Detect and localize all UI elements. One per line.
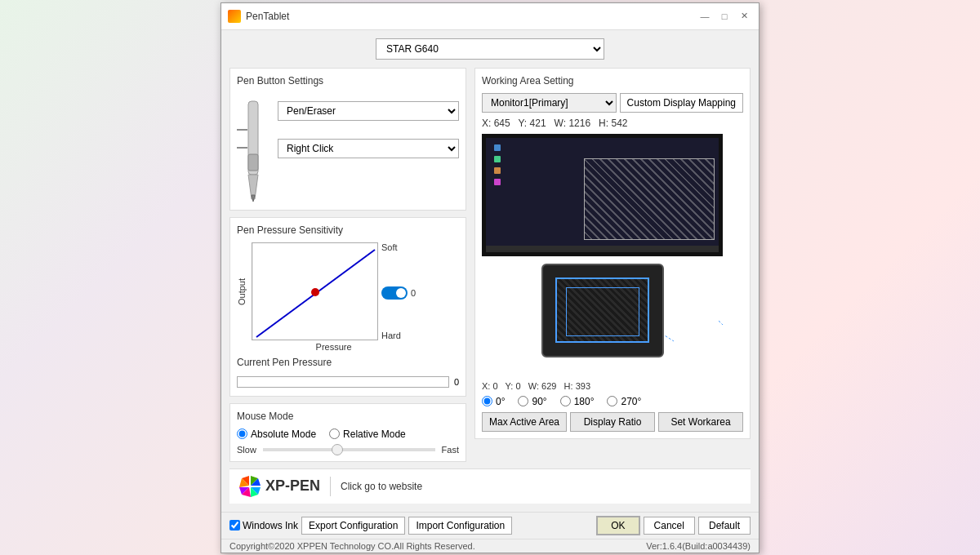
tablet-active-inner	[566, 287, 639, 336]
close-button[interactable]: ✕	[736, 8, 752, 24]
rotation-90-label[interactable]: 90°	[518, 396, 546, 407]
rotation-180-label[interactable]: 180°	[560, 396, 595, 407]
tablet-x-label: X:	[482, 381, 490, 391]
absolute-mode-label[interactable]: Absolute Mode	[237, 428, 316, 440]
soft-hard-labels: Soft 0 Hard	[381, 242, 416, 340]
radio-row: Absolute Mode Relative Mode	[237, 428, 459, 440]
pen-svg	[237, 97, 270, 203]
area-buttons: Max Active Area Display Ratio Set Workar…	[482, 412, 743, 432]
h-value: 542	[611, 118, 627, 129]
monitor-row: Monitor1[Primary] Custom Display Mapping	[482, 93, 743, 113]
button1-row: Pen/Eraser	[278, 101, 459, 121]
svg-rect-12	[494, 167, 501, 174]
mouse-mode-section: Mouse Mode Absolute Mode Relative Mode S…	[229, 403, 466, 462]
display-ratio-button[interactable]: Display Ratio	[570, 412, 655, 432]
absolute-mode-radio[interactable]	[237, 428, 247, 439]
pressure-title: Pen Pressure Sensitivity	[237, 224, 459, 236]
ok-button[interactable]: OK	[596, 516, 639, 535]
relative-mode-text: Relative Mode	[343, 428, 406, 440]
y-value: 421	[530, 118, 546, 129]
tablet-preview-container	[482, 260, 723, 378]
speed-slider[interactable]	[263, 448, 435, 451]
copyright-text: Copyright©2020 XPPEN Technology CO.All R…	[229, 541, 475, 551]
pen-button-settings-title: Pen Button Settings	[237, 75, 459, 87]
tablet-h-label: H:	[564, 381, 573, 391]
mouse-mode-title: Mouse Mode	[237, 411, 459, 422]
rotation-0-label[interactable]: 0°	[482, 396, 505, 407]
rotation-270-radio[interactable]	[607, 396, 617, 406]
fast-label: Fast	[442, 445, 459, 455]
pen-button-settings-panel: Pen Button Settings	[229, 68, 466, 211]
pressure-bar-container	[237, 376, 449, 388]
minimize-button[interactable]: —	[697, 8, 713, 24]
pressure-toggle[interactable]	[381, 286, 408, 300]
restore-button[interactable]: □	[716, 8, 733, 24]
main-window: PenTablet — □ ✕ STAR G640 Pen Button Set…	[220, 2, 760, 553]
main-content: STAR G640 Pen Button Settings	[221, 30, 759, 512]
default-button[interactable]: Default	[698, 517, 751, 535]
import-config-button[interactable]: Import Configuration	[408, 517, 512, 535]
right-panel: Working Area Setting Monitor1[Primary] C…	[474, 68, 751, 462]
device-selector-row: STAR G640	[229, 38, 751, 60]
taskbar	[486, 246, 719, 252]
custom-display-button[interactable]: Custom Display Mapping	[620, 93, 743, 113]
tablet-w-label: W:	[528, 381, 539, 391]
button2-row: Right Click	[278, 139, 459, 158]
tablet-device	[541, 264, 664, 357]
svg-rect-10	[494, 144, 501, 151]
absolute-mode-text: Absolute Mode	[251, 428, 316, 440]
x-value: 645	[494, 118, 510, 129]
cancel-button[interactable]: Cancel	[644, 517, 695, 535]
svg-marker-3	[252, 195, 255, 202]
rotation-270-label[interactable]: 270°	[607, 396, 641, 407]
hatch-area	[584, 158, 715, 240]
tablet-y-label: Y:	[506, 381, 514, 391]
rotation-180-radio[interactable]	[560, 396, 571, 406]
version-text: Ver:1.6.4(Build:a0034439)	[646, 541, 751, 551]
tablet-active-area	[555, 278, 649, 343]
speed-thumb[interactable]	[332, 444, 343, 455]
windows-ink-text: Windows Ink	[243, 520, 298, 531]
graph-and-controls: Soft 0 Hard Pressure	[252, 242, 416, 352]
status-bar: Copyright©2020 XPPEN Technology CO.All R…	[221, 539, 759, 553]
logo-svg	[238, 474, 262, 499]
display-preview	[482, 134, 723, 256]
slow-label: Slow	[237, 445, 256, 455]
windows-ink-label[interactable]: Windows Ink	[229, 520, 298, 531]
w-value: 1216	[568, 118, 590, 129]
website-link[interactable]: Click go to website	[341, 481, 422, 492]
logo-divider	[330, 477, 331, 496]
working-area-title: Working Area Setting	[482, 75, 743, 87]
relative-mode-radio[interactable]	[329, 428, 340, 439]
pressure-graph[interactable]	[252, 242, 378, 340]
output-label: Output	[237, 242, 247, 340]
current-pressure-value: 0	[454, 377, 459, 387]
button2-select[interactable]: Right Click	[278, 139, 459, 158]
app-icon	[228, 10, 241, 23]
soft-label: Soft	[381, 242, 416, 252]
monitor-select[interactable]: Monitor1[Primary]	[482, 93, 617, 113]
svg-rect-13	[494, 179, 501, 185]
rotation-0-radio[interactable]	[482, 396, 492, 406]
rotation-270-text: 270°	[621, 396, 641, 407]
set-workarea-button[interactable]: Set Workarea	[658, 412, 743, 432]
bottom-bar: Windows Ink Export Configuration Import …	[221, 512, 759, 539]
svg-rect-1	[248, 154, 258, 171]
export-config-button[interactable]: Export Configuration	[301, 517, 405, 535]
button1-select[interactable]: Pen/Eraser	[278, 101, 459, 121]
max-active-area-button[interactable]: Max Active Area	[482, 412, 567, 432]
display-coords: X: 645 Y: 421 W: 1216 H: 542	[482, 118, 743, 129]
relative-mode-label[interactable]: Relative Mode	[329, 428, 406, 440]
svg-rect-11	[494, 156, 501, 162]
rotation-90-radio[interactable]	[518, 396, 528, 406]
window-title: PenTablet	[246, 11, 289, 22]
pen-illustration	[237, 97, 270, 203]
windows-ink-checkbox[interactable]	[229, 520, 240, 531]
hard-label: Hard	[381, 331, 416, 340]
speed-row: Slow Fast	[237, 445, 459, 455]
rotation-row: 0° 90° 180° 270°	[482, 396, 743, 407]
current-pressure-label: Current Pen Pressure	[237, 357, 459, 368]
device-select[interactable]: STAR G640	[376, 38, 604, 60]
monitor-screen	[486, 138, 719, 252]
logo-text: XP-PEN	[265, 477, 320, 495]
